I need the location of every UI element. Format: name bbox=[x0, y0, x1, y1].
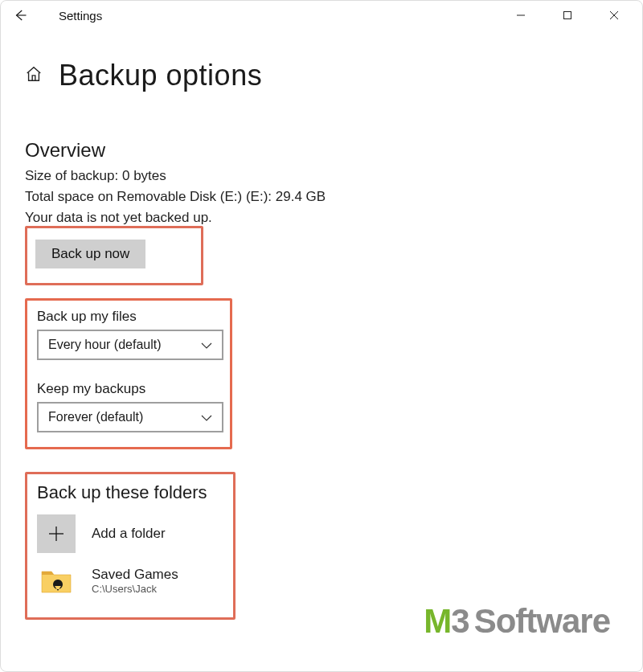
add-folder-button[interactable]: Add a folder bbox=[37, 514, 223, 553]
home-icon[interactable] bbox=[25, 65, 43, 86]
maximize-button[interactable] bbox=[544, 1, 591, 30]
watermark-3: 3 bbox=[451, 602, 469, 640]
watermark-m: M bbox=[424, 602, 451, 640]
app-title: Settings bbox=[59, 9, 102, 23]
backup-frequency-label: Back up my files bbox=[37, 309, 220, 325]
folders-highlight: Back up these folders Add a folder Saved… bbox=[25, 472, 235, 620]
folder-name: Saved Games bbox=[92, 567, 178, 583]
backup-now-button[interactable]: Back up now bbox=[35, 240, 145, 268]
keep-backups-select[interactable]: Forever (default) bbox=[37, 402, 223, 432]
keep-backups-value: Forever (default) bbox=[48, 410, 143, 424]
page-title: Backup options bbox=[59, 59, 262, 92]
backup-frequency-value: Every hour (default) bbox=[48, 338, 162, 352]
backup-size-text: Size of backup: 0 bytes bbox=[25, 168, 618, 184]
backup-now-highlight: Back up now bbox=[25, 226, 203, 285]
backup-frequency-select[interactable]: Every hour (default) bbox=[37, 330, 223, 360]
minimize-button[interactable] bbox=[498, 1, 544, 30]
frequency-settings-highlight: Back up my files Every hour (default) Ke… bbox=[25, 298, 232, 449]
watermark-text: Software bbox=[474, 602, 610, 641]
backup-status-text: Your data is not yet backed up. bbox=[25, 210, 618, 226]
keep-backups-label: Keep my backups bbox=[37, 381, 220, 397]
chevron-down-icon bbox=[201, 411, 212, 424]
total-space-text: Total space on Removable Disk (E:) (E:):… bbox=[25, 189, 618, 205]
folders-heading: Back up these folders bbox=[37, 482, 223, 503]
back-button[interactable] bbox=[6, 1, 35, 30]
folder-item[interactable]: Saved Games C:\Users\Jack bbox=[37, 561, 223, 600]
folder-path: C:\Users\Jack bbox=[92, 583, 178, 595]
add-folder-label: Add a folder bbox=[92, 526, 166, 542]
plus-icon bbox=[37, 514, 76, 553]
svg-rect-1 bbox=[564, 12, 571, 19]
overview-heading: Overview bbox=[25, 139, 618, 162]
chevron-down-icon bbox=[201, 338, 212, 351]
close-button[interactable] bbox=[591, 1, 637, 30]
watermark-logo: M3 Software bbox=[424, 602, 610, 641]
folder-icon bbox=[37, 561, 76, 600]
